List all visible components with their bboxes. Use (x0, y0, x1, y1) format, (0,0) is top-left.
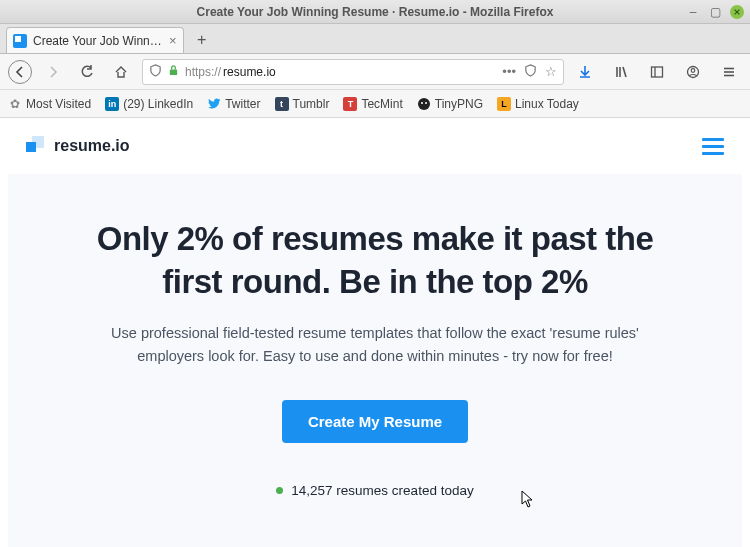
reader-shield-icon[interactable] (524, 64, 537, 80)
linkedin-icon: in (105, 97, 119, 111)
svg-point-12 (425, 102, 427, 104)
bookmark-tinypng[interactable]: TinyPNG (417, 97, 483, 111)
account-icon[interactable] (680, 59, 706, 85)
tumblr-icon: t (275, 97, 289, 111)
hero-section: Only 2% of resumes make it past the firs… (8, 174, 742, 547)
brand-logo-icon (26, 136, 46, 156)
tinypng-icon (417, 97, 431, 111)
bookmark-tumblr[interactable]: t Tumblr (275, 97, 330, 111)
window-controls: – ▢ (686, 5, 744, 19)
brand-name: resume.io (54, 137, 130, 155)
bookmark-most-visited[interactable]: ✿ Most Visited (8, 97, 91, 111)
window-titlebar: Create Your Job Winning Resume · Resume.… (0, 0, 750, 24)
sidebar-icon[interactable] (644, 59, 670, 85)
reload-button[interactable] (74, 59, 100, 85)
window-title: Create Your Job Winning Resume · Resume.… (197, 5, 554, 19)
back-button[interactable] (8, 60, 32, 84)
library-icon[interactable] (608, 59, 634, 85)
forward-button[interactable] (40, 59, 66, 85)
minimize-icon[interactable]: – (686, 5, 700, 19)
bookmark-linkedin[interactable]: in (29) LinkedIn (105, 97, 193, 111)
svg-point-11 (421, 102, 423, 104)
hero-subtext: Use professional field-tested resume tem… (64, 322, 686, 368)
svg-rect-3 (652, 67, 663, 77)
gear-icon: ✿ (8, 97, 22, 111)
close-window-button[interactable] (730, 5, 744, 19)
browser-tab[interactable]: Create Your Job Winning Res × (6, 27, 184, 53)
url-bar[interactable]: https://resume.io ••• ☆ (142, 59, 564, 85)
status-dot-icon (276, 487, 283, 494)
tab-favicon (13, 34, 27, 48)
viewport: resume.io Only 2% of resumes make it pas… (0, 118, 750, 547)
bookmark-linuxtoday[interactable]: L Linux Today (497, 97, 579, 111)
svg-point-6 (691, 68, 695, 72)
hero-stat-text: 14,257 resumes created today (291, 483, 473, 498)
linuxtoday-icon: L (497, 97, 511, 111)
brand[interactable]: resume.io (26, 136, 130, 156)
bookmark-twitter[interactable]: Twitter (207, 97, 260, 111)
home-button[interactable] (108, 59, 134, 85)
maximize-icon[interactable]: ▢ (708, 5, 722, 19)
create-resume-button[interactable]: Create My Resume (282, 400, 468, 443)
hamburger-menu-button[interactable] (702, 138, 724, 155)
close-tab-icon[interactable]: × (169, 33, 177, 48)
new-tab-button[interactable]: + (188, 27, 216, 53)
bookmark-star-icon[interactable]: ☆ (545, 64, 557, 79)
shield-icon[interactable] (149, 64, 162, 80)
tab-label: Create Your Job Winning Res (33, 34, 163, 48)
bookmarks-bar: ✿ Most Visited in (29) LinkedIn Twitter … (0, 90, 750, 118)
twitter-icon (207, 97, 221, 111)
lock-icon (168, 65, 179, 79)
downloads-icon[interactable] (572, 59, 598, 85)
tab-strip: Create Your Job Winning Res × + (0, 24, 750, 54)
nav-toolbar: https://resume.io ••• ☆ (0, 54, 750, 90)
hero-stat: 14,257 resumes created today (64, 483, 686, 498)
hero-headline: Only 2% of resumes make it past the firs… (64, 218, 686, 304)
svg-point-10 (418, 98, 430, 110)
more-icon[interactable]: ••• (502, 64, 516, 79)
menu-icon[interactable] (716, 59, 742, 85)
tecmint-icon: T (343, 97, 357, 111)
svg-rect-2 (170, 69, 177, 75)
bookmark-tecmint[interactable]: T TecMint (343, 97, 402, 111)
site-header: resume.io (8, 118, 742, 174)
url-text: https://resume.io (185, 65, 496, 79)
